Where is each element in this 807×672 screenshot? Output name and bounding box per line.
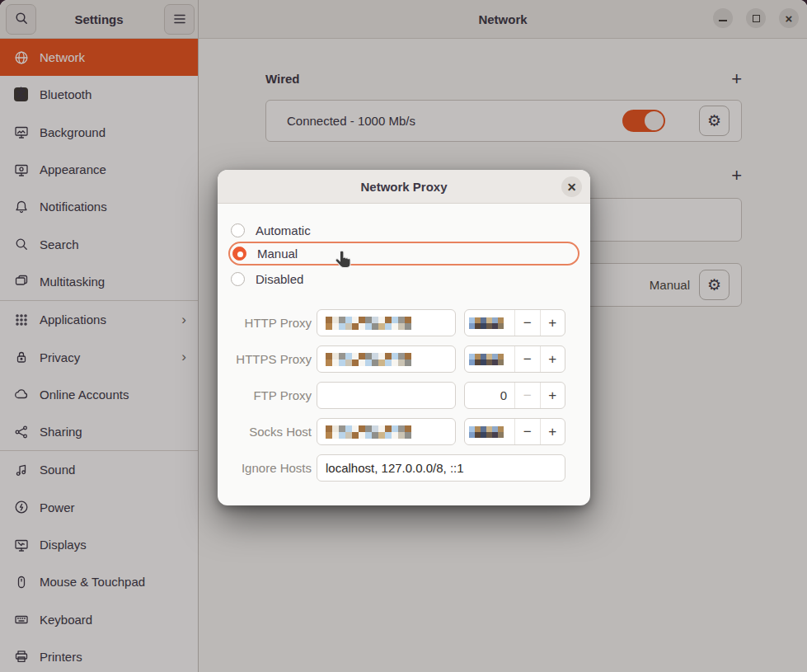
- dialog-headerbar: Network Proxy ✕: [218, 170, 590, 204]
- radio-unchecked-icon[interactable]: [231, 223, 245, 237]
- field-label-ftp-proxy: FTP Proxy: [218, 382, 312, 409]
- option-label: Disabled: [256, 272, 303, 286]
- port-value[interactable]: [465, 419, 514, 444]
- increment-button[interactable]: +: [540, 383, 565, 408]
- proxy-option-manual[interactable]: Manual: [228, 242, 579, 266]
- http-proxy-input[interactable]: [317, 309, 456, 336]
- http-proxy-port-spinbutton[interactable]: −+: [464, 309, 565, 336]
- increment-button[interactable]: +: [540, 419, 565, 444]
- redacted-pixelation: [326, 425, 411, 439]
- decrement-button[interactable]: −: [514, 419, 539, 444]
- increment-button[interactable]: +: [540, 310, 565, 336]
- radio-checked-icon[interactable]: [232, 247, 246, 261]
- field-label-ignore-hosts: Ignore Hosts: [218, 454, 312, 482]
- ftp-proxy-port-spinbutton[interactable]: 0−+: [464, 382, 565, 409]
- settings-window: Settings Network × NetworkBluetoothBackg…: [0, 0, 807, 672]
- port-value[interactable]: [465, 310, 514, 336]
- decrement-button[interactable]: −: [514, 310, 539, 336]
- port-value[interactable]: [465, 346, 514, 372]
- decrement-button[interactable]: −: [514, 383, 539, 408]
- dialog-close-button[interactable]: ✕: [561, 176, 582, 197]
- socks-host-input[interactable]: [317, 418, 456, 445]
- redacted-pixelation: [469, 354, 504, 365]
- decrement-button[interactable]: −: [514, 346, 539, 372]
- close-icon: ✕: [567, 181, 577, 194]
- field-label-socks-host: Socks Host: [218, 418, 312, 445]
- option-label: Automatic: [256, 223, 311, 237]
- socks-host-port-spinbutton[interactable]: −+: [464, 418, 565, 445]
- mouse-cursor-pointer: [333, 249, 355, 275]
- redacted-pixelation: [469, 426, 504, 438]
- proxy-option-automatic[interactable]: Automatic: [228, 219, 579, 242]
- https-proxy-port-spinbutton[interactable]: −+: [464, 345, 565, 373]
- radio-unchecked-icon[interactable]: [231, 272, 245, 286]
- field-label-http-proxy: HTTP Proxy: [218, 309, 312, 336]
- dialog-title: Network Proxy: [360, 180, 447, 194]
- increment-button[interactable]: +: [540, 346, 565, 372]
- redacted-pixelation: [326, 353, 411, 366]
- redacted-pixelation: [326, 317, 411, 330]
- ignore-hosts-input[interactable]: localhost, 127.0.0.0/8, ::1: [317, 454, 565, 482]
- ftp-proxy-input[interactable]: [317, 382, 456, 409]
- field-label-https-proxy: HTTPS Proxy: [218, 345, 312, 373]
- redacted-pixelation: [469, 317, 504, 329]
- proxy-option-disabled[interactable]: Disabled: [228, 267, 579, 291]
- port-value[interactable]: 0: [465, 383, 514, 408]
- network-proxy-dialog: Network Proxy ✕ AutomaticManualDisabled …: [218, 170, 590, 505]
- input-value: localhost, 127.0.0.0/8, ::1: [326, 461, 464, 475]
- https-proxy-input[interactable]: [317, 345, 456, 373]
- option-label: Manual: [257, 247, 298, 261]
